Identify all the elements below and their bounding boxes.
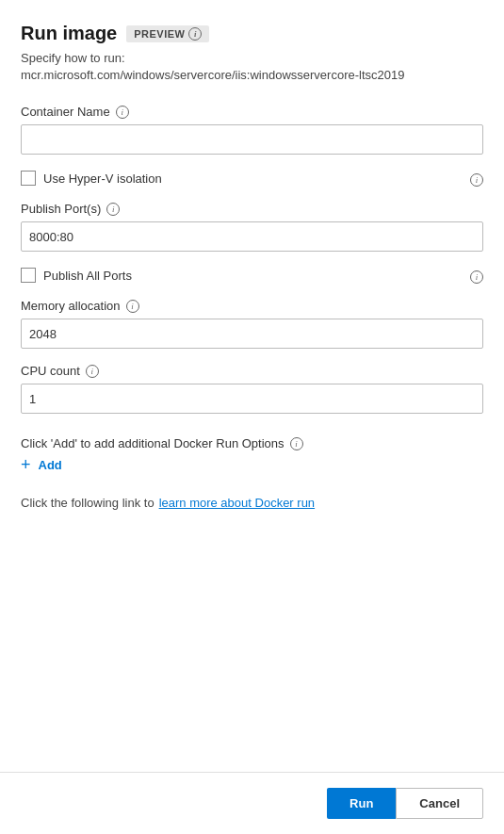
add-instruction: Click 'Add' to add additional Docker Run… [21, 436, 483, 450]
preview-badge: PREVIEW i [126, 25, 209, 42]
memory-allocation-section: Memory allocation i [21, 299, 483, 349]
container-name-label-text: Container Name [21, 105, 110, 119]
memory-allocation-label-text: Memory allocation [21, 299, 121, 313]
add-instruction-info-icon[interactable]: i [290, 437, 303, 450]
add-plus-icon: + [21, 456, 31, 473]
cpu-count-info-icon[interactable]: i [86, 365, 99, 378]
cpu-count-label: CPU count i [21, 364, 483, 378]
cancel-button[interactable]: Cancel [396, 788, 483, 819]
learn-more-link[interactable]: learn more about Docker run [159, 496, 315, 510]
memory-allocation-input[interactable] [21, 319, 483, 349]
container-name-section: Container Name i [21, 105, 483, 155]
publish-all-ports-row: Publish All Ports i [21, 267, 483, 284]
hyper-v-row: Use Hyper-V isolation i [21, 170, 483, 187]
hyper-v-info-icon[interactable]: i [470, 173, 483, 187]
publish-ports-info-icon[interactable]: i [106, 203, 120, 216]
publish-ports-input[interactable] [21, 221, 483, 252]
add-instruction-text: Click 'Add' to add additional Docker Run… [21, 436, 285, 450]
preview-badge-text: PREVIEW [134, 28, 185, 40]
publish-all-ports-checkbox[interactable] [21, 268, 36, 283]
memory-allocation-label: Memory allocation i [21, 299, 483, 313]
add-label: Add [39, 458, 62, 472]
memory-allocation-info-icon[interactable]: i [126, 300, 139, 313]
subtitle: Specify how to run:mcr.microsoft.com/win… [21, 50, 483, 84]
hyper-v-checkbox[interactable] [21, 171, 36, 186]
add-button[interactable]: + Add [21, 456, 483, 473]
container-name-label: Container Name i [21, 105, 483, 119]
publish-all-ports-info-icon[interactable]: i [470, 270, 483, 284]
publish-all-ports-label: Publish All Ports [43, 269, 132, 283]
cpu-count-input[interactable] [21, 384, 483, 414]
preview-info-icon[interactable]: i [188, 27, 202, 41]
container-name-info-icon[interactable]: i [116, 106, 129, 119]
run-button[interactable]: Run [327, 788, 396, 819]
publish-ports-label: Publish Port(s) i [21, 202, 483, 216]
publish-ports-label-text: Publish Port(s) [21, 202, 101, 216]
cpu-count-label-text: CPU count [21, 364, 80, 378]
hyper-v-label: Use Hyper-V isolation [43, 172, 162, 186]
page-title: Run image [21, 23, 117, 44]
publish-ports-section: Publish Port(s) i [21, 202, 483, 252]
container-name-input[interactable] [21, 124, 483, 155]
learn-more-text: Click the following link to learn more a… [21, 496, 483, 510]
learn-more-prefix: Click the following link to [21, 496, 154, 510]
footer: Run Cancel [0, 772, 504, 834]
cpu-count-section: CPU count i [21, 364, 483, 414]
